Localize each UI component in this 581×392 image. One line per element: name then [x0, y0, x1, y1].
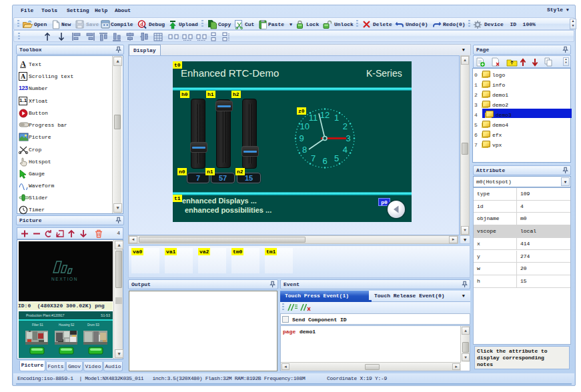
- svg-text:6: 6: [322, 156, 327, 166]
- svg-text:7: 7: [311, 153, 316, 163]
- svg-text:8: 8: [302, 145, 307, 155]
- svg-text:1: 1: [334, 113, 339, 123]
- svg-text:5: 5: [334, 153, 339, 163]
- svg-text:NEXTION: NEXTION: [51, 277, 78, 281]
- svg-text:11: 11: [309, 113, 318, 123]
- svg-text:4: 4: [343, 145, 348, 155]
- svg-text:d: d: [140, 21, 143, 27]
- svg-text:10: 10: [300, 121, 309, 131]
- svg-text:12: 12: [320, 110, 330, 120]
- svg-text:3: 3: [346, 133, 350, 143]
- svg-text:9: 9: [299, 133, 304, 143]
- svg-text:2: 2: [343, 121, 348, 131]
